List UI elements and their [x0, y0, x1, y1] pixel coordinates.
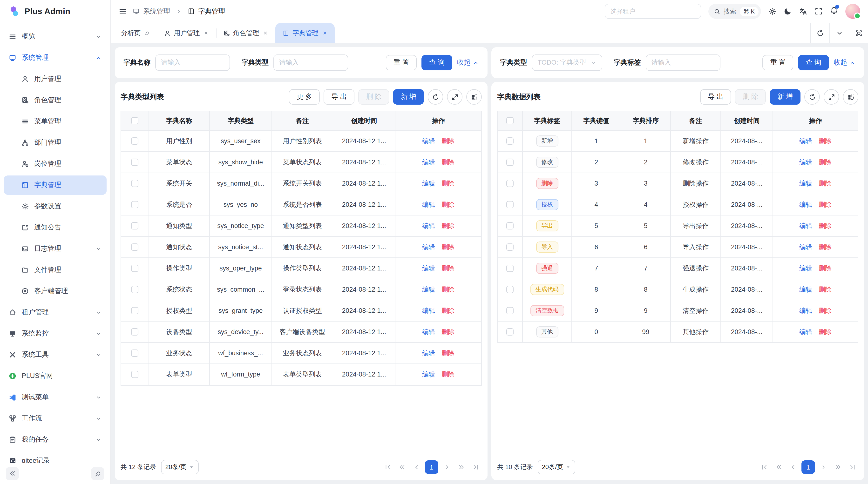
delete-link[interactable]: 删除	[441, 264, 455, 272]
edit-link[interactable]: 编辑	[422, 137, 435, 146]
add-button[interactable]: 新 增	[770, 89, 801, 105]
first-page-button[interactable]	[758, 461, 770, 473]
delete-button[interactable]: 删 除	[358, 89, 389, 105]
delete-link[interactable]: 删除	[818, 200, 832, 209]
edit-link[interactable]: 编辑	[422, 306, 435, 315]
close-icon[interactable]	[203, 30, 209, 36]
tenant-select-input[interactable]: 选择租户	[604, 4, 701, 19]
page-size-select[interactable]: 20条/页	[161, 460, 198, 474]
edit-link[interactable]: 编辑	[422, 370, 435, 379]
sidebar-collapse-button[interactable]	[6, 467, 19, 480]
refresh-tab-button[interactable]	[810, 23, 830, 43]
column-settings-button[interactable]	[466, 89, 482, 105]
sidebar-item-用户管理[interactable]: 用户管理	[4, 69, 106, 89]
edit-link[interactable]: 编辑	[799, 306, 812, 315]
first-page-button[interactable]	[381, 461, 394, 473]
row-checkbox[interactable]	[506, 328, 514, 335]
edit-link[interactable]: 编辑	[799, 264, 812, 272]
sidebar-item-文件管理[interactable]: 文件管理	[4, 260, 106, 280]
sidebar-item-通知公告[interactable]: 通知公告	[4, 218, 106, 237]
prev-page-button[interactable]	[787, 461, 799, 473]
delete-button[interactable]: 删 除	[735, 89, 766, 105]
row-checkbox[interactable]	[131, 222, 138, 229]
expand-table-button[interactable]	[447, 89, 462, 105]
sidebar-item-系统工具[interactable]: 系统工具	[4, 345, 106, 364]
edit-link[interactable]: 编辑	[799, 243, 812, 251]
prev-5-pages-button[interactable]	[396, 461, 408, 473]
edit-link[interactable]: 编辑	[422, 285, 435, 294]
edit-link[interactable]: 编辑	[422, 349, 435, 357]
row-checkbox[interactable]	[131, 307, 138, 314]
pin-icon[interactable]	[144, 30, 149, 36]
delete-link[interactable]: 删除	[441, 306, 455, 315]
next-page-button[interactable]	[817, 461, 830, 473]
row-checkbox[interactable]	[131, 328, 138, 335]
tab-用户管理[interactable]: 用户管理	[156, 23, 216, 43]
last-page-button[interactable]	[846, 461, 858, 473]
edit-link[interactable]: 编辑	[799, 285, 812, 294]
sidebar-item-我的任务[interactable]: 我的任务	[4, 430, 106, 449]
delete-link[interactable]: 删除	[441, 179, 455, 188]
reset-button[interactable]: 重 置	[763, 55, 793, 70]
edit-link[interactable]: 编辑	[799, 179, 812, 188]
row-checkbox[interactable]	[506, 307, 514, 314]
settings-icon[interactable]	[768, 7, 776, 15]
row-checkbox[interactable]	[506, 286, 514, 293]
dict-type-select[interactable]: TODO: 字典类型	[532, 55, 602, 71]
row-checkbox[interactable]	[506, 222, 514, 229]
edit-link[interactable]: 编辑	[422, 222, 435, 230]
delete-link[interactable]: 删除	[441, 222, 455, 230]
sidebar-item-租户管理[interactable]: 租户管理	[4, 303, 106, 322]
edit-link[interactable]: 编辑	[422, 243, 435, 251]
collapse-search-link[interactable]: 收起	[457, 58, 479, 67]
collapse-search-link[interactable]: 收起	[834, 58, 856, 67]
tab-字典管理[interactable]: 字典管理	[275, 23, 334, 43]
sidebar-item-部门管理[interactable]: 部门管理	[4, 133, 106, 152]
dict-name-input[interactable]: 请输入	[155, 55, 230, 71]
delete-link[interactable]: 删除	[818, 285, 832, 294]
dark-mode-icon[interactable]	[784, 7, 792, 15]
sidebar-item-字典管理[interactable]: 字典管理	[4, 175, 106, 195]
row-checkbox[interactable]	[506, 159, 514, 166]
more-button[interactable]: 更 多	[289, 89, 320, 105]
delete-link[interactable]: 删除	[818, 137, 832, 146]
column-settings-button[interactable]	[843, 89, 858, 105]
add-button[interactable]: 新 增	[393, 89, 424, 105]
dict-type-input[interactable]: 请输入	[273, 55, 348, 71]
delete-link[interactable]: 删除	[441, 370, 455, 379]
sidebar-item-岗位管理[interactable]: 岗位管理	[4, 154, 106, 173]
sidebar-item-工作流[interactable]: 工作流	[4, 409, 106, 428]
export-button[interactable]: 导 出	[701, 89, 731, 105]
edit-link[interactable]: 编辑	[422, 328, 435, 336]
delete-link[interactable]: 删除	[818, 158, 832, 167]
row-checkbox[interactable]	[131, 180, 138, 187]
edit-link[interactable]: 编辑	[422, 179, 435, 188]
edit-link[interactable]: 编辑	[422, 200, 435, 209]
delete-link[interactable]: 删除	[441, 285, 455, 294]
menu-toggle-icon[interactable]	[119, 7, 127, 15]
row-checkbox[interactable]	[506, 180, 514, 187]
row-checkbox[interactable]	[131, 371, 138, 378]
row-checkbox[interactable]	[131, 265, 138, 272]
edit-link[interactable]: 编辑	[422, 264, 435, 272]
page-size-select[interactable]: 20条/页	[537, 460, 575, 474]
delete-link[interactable]: 删除	[818, 243, 832, 251]
current-page-button[interactable]: 1	[802, 460, 815, 474]
sidebar-item-日志管理[interactable]: 日志管理	[4, 239, 106, 258]
edit-link[interactable]: 编辑	[799, 222, 812, 230]
sidebar-item-角色管理[interactable]: 角色管理	[4, 91, 106, 110]
last-page-button[interactable]	[470, 461, 482, 473]
delete-link[interactable]: 删除	[818, 328, 832, 336]
tab-分析页[interactable]: 分析页	[114, 23, 156, 43]
prev-page-button[interactable]	[410, 461, 423, 473]
sidebar-item-测试菜单[interactable]: 测试菜单	[4, 388, 106, 407]
row-checkbox[interactable]	[506, 137, 514, 144]
notifications-button[interactable]	[830, 6, 838, 17]
sidebar-pin-button[interactable]	[91, 467, 104, 480]
row-checkbox[interactable]	[506, 201, 514, 208]
row-checkbox[interactable]	[506, 265, 514, 272]
row-checkbox[interactable]	[131, 159, 138, 166]
sidebar-item-系统管理[interactable]: 系统管理	[4, 48, 106, 67]
delete-link[interactable]: 删除	[818, 222, 832, 230]
sidebar-item-菜单管理[interactable]: 菜单管理	[4, 112, 106, 131]
